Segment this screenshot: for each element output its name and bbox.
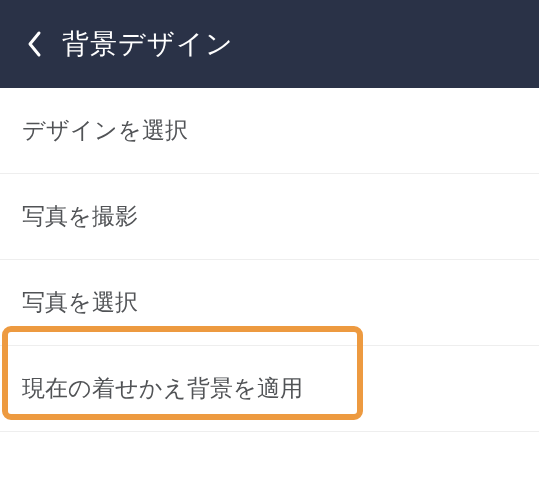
list-item-apply-current-theme[interactable]: 現在の着せかえ背景を適用 (0, 346, 539, 432)
header-bar: 背景デザイン (0, 0, 539, 88)
list-item-choose-photo[interactable]: 写真を選択 (0, 260, 539, 346)
list-item-label: デザインを選択 (22, 117, 188, 143)
back-icon[interactable] (20, 29, 50, 59)
list-item-label: 現在の着せかえ背景を適用 (22, 375, 303, 401)
options-list: デザインを選択 写真を撮影 写真を選択 現在の着せかえ背景を適用 (0, 88, 539, 432)
list-item-label: 写真を撮影 (22, 203, 138, 229)
list-item-label: 写真を選択 (22, 289, 138, 315)
page-title: 背景デザイン (62, 26, 234, 62)
list-item-take-photo[interactable]: 写真を撮影 (0, 174, 539, 260)
list-item-select-design[interactable]: デザインを選択 (0, 88, 539, 174)
